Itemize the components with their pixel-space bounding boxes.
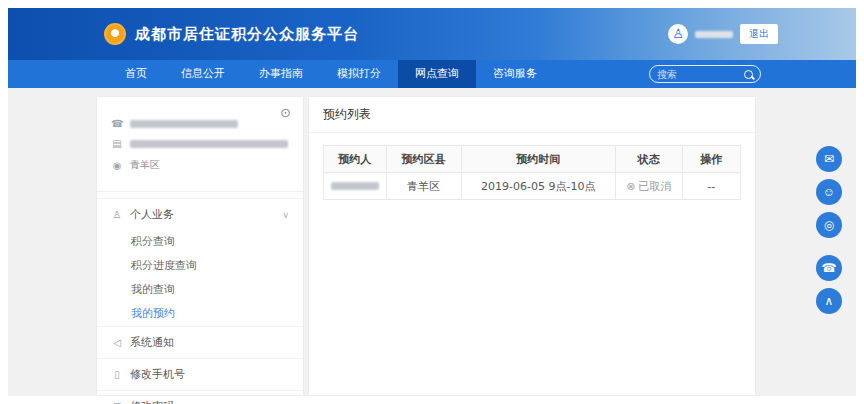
phone-icon: ☎ (111, 118, 123, 129)
table-row: 青羊区 2019-06-05 9点-10点 ⊗已取消 -- (324, 173, 741, 200)
profile-phone-row: ☎ (111, 118, 289, 129)
chevron-down-icon: ∨ (282, 210, 289, 220)
status-badge: 已取消 (638, 180, 671, 193)
sidebar-item-points-progress[interactable]: 积分进度查询 (97, 254, 303, 278)
panel-title: 预约列表 (309, 97, 755, 133)
weibo-icon[interactable]: ◎ (816, 212, 842, 238)
col-booker: 预约人 (324, 146, 387, 173)
col-status: 状态 (615, 146, 682, 173)
personal-business-label: 个人业务 (130, 207, 174, 222)
site-header: 成都市居住证积分公众服务平台 ♙ 退出 (8, 8, 856, 60)
cell-status: ⊗已取消 (615, 173, 682, 200)
cell-district: 青羊区 (386, 173, 461, 200)
masked-id-number (130, 140, 288, 148)
booking-table: 预约人 预约区县 预约时间 状态 操作 青羊区 2019-06-05 9点-10… (323, 145, 741, 200)
profile-card: ⊙ ☎ ▤ ◉ 青羊区 (97, 97, 303, 192)
site-title: 成都市居住证积分公众服务平台 (135, 25, 359, 44)
phone-contact-icon[interactable]: ☎ (816, 255, 842, 281)
qq-icon[interactable]: ☺ (816, 179, 842, 205)
sidebar-item-change-password[interactable]: ⊠ 修改密码 (97, 390, 303, 404)
nav-item-home[interactable]: 首页 (108, 60, 164, 88)
power-icon[interactable]: ⊙ (280, 105, 291, 120)
nav-item-branch-query[interactable]: 网点查询 (398, 60, 476, 88)
location-icon: ◉ (111, 160, 123, 171)
sidebar-item-system-notice[interactable]: ◁ 系统通知 (97, 326, 303, 358)
nav-item-consult[interactable]: 咨询服务 (476, 60, 554, 88)
nav-item-info-disclosure[interactable]: 信息公开 (164, 60, 242, 88)
district-label: 青羊区 (130, 158, 160, 172)
table-header-row: 预约人 预约区县 预约时间 状态 操作 (324, 146, 741, 173)
col-district: 预约区县 (386, 146, 461, 173)
sidebar-item-change-mobile[interactable]: ▯ 修改手机号 (97, 358, 303, 390)
sidebar-menu: ♙ 个人业务 ∨ 积分查询 积分进度查询 我的查询 我的预约 ◁ 系统通知 ▯ … (97, 198, 303, 404)
user-avatar-icon: ♙ (668, 24, 688, 44)
main-area: ⊙ ☎ ▤ ◉ 青羊区 ♙ 个人业务 ∨ (8, 88, 856, 396)
change-mobile-label: 修改手机号 (130, 367, 185, 382)
col-action: 操作 (682, 146, 740, 173)
mobile-icon: ▯ (111, 369, 123, 380)
system-notice-label: 系统通知 (130, 335, 174, 350)
site-logo-icon (104, 23, 126, 45)
user-area: ♙ 退出 (668, 24, 778, 44)
back-to-top-icon[interactable]: ∧ (816, 288, 842, 314)
sidebar-item-points-query[interactable]: 积分查询 (97, 230, 303, 254)
search-input[interactable] (657, 69, 744, 80)
notification-icon: ◁ (111, 337, 123, 348)
masked-phone-number (130, 120, 238, 128)
profile-id-row: ▤ (111, 138, 289, 149)
sidebar-item-my-query[interactable]: 我的查询 (97, 278, 303, 302)
col-time: 预约时间 (461, 146, 615, 173)
search-icon[interactable] (744, 70, 753, 79)
profile-district-row: ◉ 青羊区 (111, 158, 289, 172)
logout-button[interactable]: 退出 (740, 24, 778, 44)
brand: 成都市居住证积分公众服务平台 (104, 23, 359, 45)
change-password-label: 修改密码 (130, 399, 174, 404)
cell-booker (324, 173, 387, 200)
floating-toolbar: ✉ ☺ ◎ ☎ ∧ (816, 146, 842, 314)
cell-time: 2019-06-05 9点-10点 (461, 173, 615, 200)
masked-username (695, 31, 733, 38)
wechat-icon[interactable]: ✉ (816, 146, 842, 172)
sidebar: ⊙ ☎ ▤ ◉ 青羊区 ♙ 个人业务 ∨ (96, 96, 304, 396)
page: 成都市居住证积分公众服务平台 ♙ 退出 首页 信息公开 办事指南 模拟打分 网点… (0, 0, 864, 404)
nav-item-mock-scoring[interactable]: 模拟打分 (320, 60, 398, 88)
sidebar-item-my-booking[interactable]: 我的预约 (97, 302, 303, 326)
id-card-icon: ▤ (111, 138, 123, 149)
person-icon: ♙ (111, 209, 123, 220)
search-box (649, 65, 761, 83)
masked-booker-name (331, 182, 379, 190)
nav-item-guide[interactable]: 办事指南 (242, 60, 320, 88)
sidebar-item-personal-business[interactable]: ♙ 个人业务 ∨ (97, 198, 303, 230)
cell-action: -- (682, 173, 740, 200)
cancelled-icon: ⊗ (626, 180, 635, 193)
main-nav: 首页 信息公开 办事指南 模拟打分 网点查询 咨询服务 (8, 60, 856, 88)
booking-list-panel: 预约列表 预约人 预约区县 预约时间 状态 操作 青羊区 2019-06 (308, 96, 756, 396)
